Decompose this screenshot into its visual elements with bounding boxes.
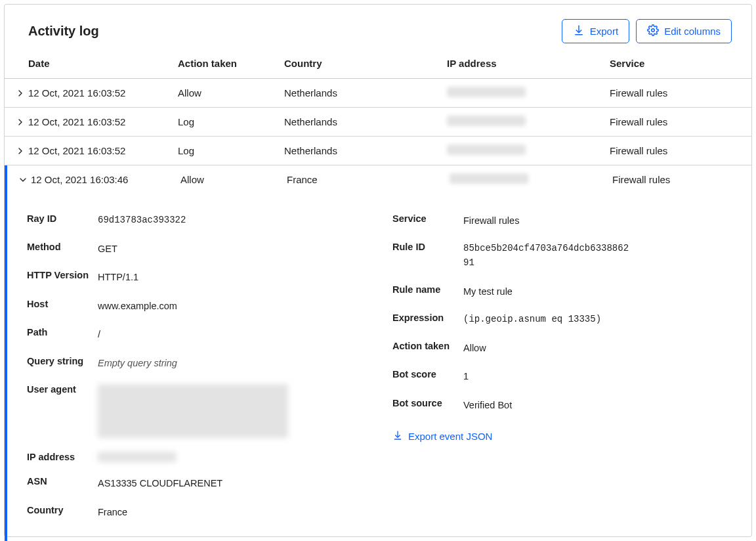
detail-query: Query stringEmpty query string	[27, 356, 366, 370]
detail-label: ASN	[27, 476, 98, 487]
detail-country: CountryFrance	[27, 505, 366, 519]
activity-log-panel: Activity log Export Edit columns Date Ac…	[4, 4, 752, 537]
table-row[interactable]: 12 Oct, 2021 16:03:52AllowNetherlandsFir…	[5, 79, 751, 108]
detail-ray-id: Ray ID69d13783ac393322	[27, 213, 366, 228]
header-date: Date	[28, 58, 178, 69]
cell-ip	[447, 116, 610, 128]
row-expand-toggle[interactable]	[15, 175, 31, 185]
cell-service: Firewall rules	[610, 116, 732, 127]
detail-value: 69d13783ac393322	[98, 213, 186, 228]
header-actions: Export Edit columns	[562, 19, 732, 43]
page-title: Activity log	[28, 24, 99, 39]
detail-path: Path/	[27, 327, 366, 341]
cell-service: Firewall rules	[610, 87, 732, 98]
header-ip: IP address	[447, 58, 610, 69]
detail-value: HTTP/1.1	[98, 270, 138, 284]
detail-label: Rule ID	[392, 242, 463, 252]
detail-value: Empty query string	[98, 356, 177, 370]
gear-icon	[647, 24, 659, 38]
download-icon	[392, 430, 403, 443]
details-left: Ray ID69d13783ac393322MethodGETHTTP Vers…	[27, 213, 366, 533]
cell-ip	[447, 144, 610, 157]
detail-label: Path	[27, 327, 98, 337]
edit-columns-button[interactable]: Edit columns	[636, 19, 732, 43]
detail-rule-name: Rule nameMy test rule	[392, 284, 732, 299]
table-body: 12 Oct, 2021 16:03:52AllowNetherlandsFir…	[5, 79, 751, 541]
detail-http-version: HTTP VersionHTTP/1.1	[27, 270, 366, 284]
row-expand-toggle[interactable]	[12, 88, 28, 98]
detail-value: Verified Bot	[463, 398, 512, 412]
detail-expression: Expression(ip.geoip.asnum eq 13335)	[392, 313, 732, 327]
detail-label: Host	[27, 299, 98, 309]
detail-label: Ray ID	[27, 213, 98, 224]
detail-asn: ASNAS13335 CLOUDFLARENET	[27, 476, 366, 490]
detail-ip-address: IP address	[27, 452, 366, 462]
detail-value: Firewall rules	[463, 213, 519, 228]
cell-country: Netherlands	[284, 145, 447, 156]
cell-action: Log	[178, 116, 284, 127]
detail-method: MethodGET	[27, 242, 366, 256]
detail-value: www.example.com	[98, 299, 177, 313]
export-button-label: Export	[590, 26, 618, 37]
row-details: Ray ID69d13783ac393322MethodGETHTTP Vers…	[7, 194, 751, 541]
detail-value: GET	[98, 242, 117, 256]
row-expand-toggle[interactable]	[12, 117, 28, 127]
detail-value: /	[98, 327, 100, 341]
detail-value: 85bce5b204cf4703a764dcb633886291	[463, 242, 629, 270]
detail-label: Rule name	[392, 284, 463, 295]
export-event-json-label: Export event JSON	[408, 431, 492, 442]
details-right: ServiceFirewall rulesRule ID85bce5b204cf…	[392, 213, 732, 533]
cell-action: Allow	[180, 174, 287, 185]
detail-label: Country	[27, 505, 98, 515]
cell-action: Allow	[178, 87, 284, 98]
detail-bot-score: Bot score1	[392, 369, 732, 383]
detail-value: My test rule	[463, 284, 513, 299]
cell-service: Firewall rules	[610, 145, 732, 156]
edit-columns-label: Edit columns	[664, 26, 721, 37]
table-row[interactable]: 12 Oct, 2021 16:03:52LogNetherlandsFirew…	[5, 108, 751, 137]
detail-bot-source: Bot sourceVerified Bot	[392, 398, 732, 412]
table-header: Date Action taken Country IP address Ser…	[5, 58, 751, 79]
export-button[interactable]: Export	[562, 19, 629, 43]
table-row[interactable]: 12 Oct, 2021 16:03:46AllowFranceFirewall…	[7, 165, 751, 194]
header-action: Action taken	[178, 58, 284, 69]
detail-label: HTTP Version	[27, 270, 98, 280]
cell-country: Netherlands	[284, 116, 447, 127]
detail-action: Action takenAllow	[392, 341, 732, 355]
cell-country: France	[287, 174, 450, 185]
detail-value: France	[98, 505, 127, 519]
detail-host: Hostwww.example.com	[27, 299, 366, 313]
table-row[interactable]: 12 Oct, 2021 16:03:52LogNetherlandsFirew…	[5, 137, 751, 165]
cell-action: Log	[178, 145, 284, 156]
detail-value: AS13335 CLOUDFLARENET	[98, 476, 222, 490]
download-icon	[573, 24, 585, 38]
detail-label: IP address	[27, 452, 98, 462]
detail-value: Allow	[463, 341, 486, 355]
header-service: Service	[610, 58, 732, 69]
detail-label: Action taken	[392, 341, 463, 351]
cell-date: 12 Oct, 2021 16:03:52	[28, 145, 178, 156]
panel-header: Activity log Export Edit columns	[5, 5, 751, 58]
detail-user-agent: User agent	[27, 384, 366, 438]
detail-value: (ip.geoip.asnum eq 13335)	[463, 313, 601, 327]
detail-label: Query string	[27, 356, 98, 366]
detail-rule-id: Rule ID85bce5b204cf4703a764dcb633886291	[392, 242, 732, 270]
cell-ip	[447, 87, 610, 99]
detail-label: Service	[392, 213, 463, 224]
header-country: Country	[284, 58, 447, 69]
detail-label: Bot score	[392, 369, 463, 379]
row-expand-toggle[interactable]	[12, 146, 28, 156]
detail-value: 1	[463, 369, 469, 383]
detail-service: ServiceFirewall rules	[392, 213, 732, 228]
cell-service: Firewall rules	[612, 174, 732, 185]
svg-point-0	[652, 29, 655, 32]
detail-label: Expression	[392, 313, 463, 323]
cell-country: Netherlands	[284, 87, 447, 98]
cell-ip	[450, 173, 612, 186]
export-event-json-button[interactable]: Export event JSON	[392, 430, 492, 443]
cell-date: 12 Oct, 2021 16:03:52	[28, 116, 178, 127]
cell-date: 12 Oct, 2021 16:03:46	[31, 174, 180, 185]
detail-label: Bot source	[392, 398, 463, 408]
cell-date: 12 Oct, 2021 16:03:52	[28, 87, 178, 98]
detail-label: Method	[27, 242, 98, 252]
